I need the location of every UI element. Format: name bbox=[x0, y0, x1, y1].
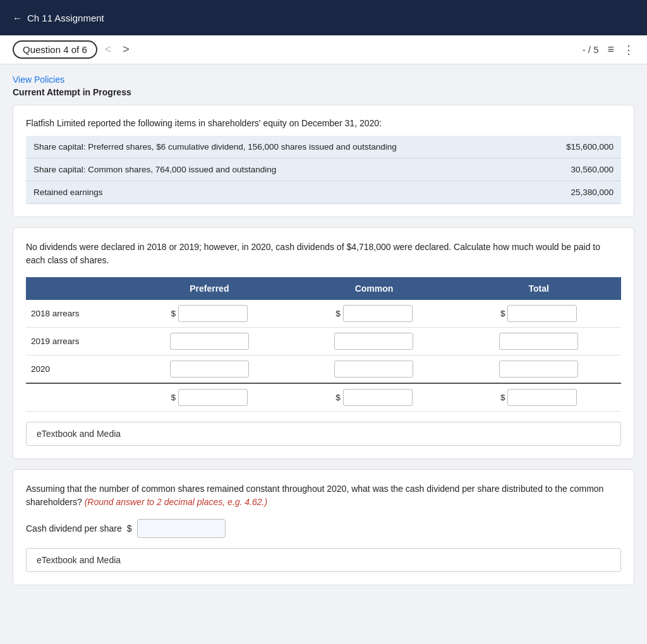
dividends-table: Preferred Common Total 2018 arrears $ bbox=[26, 277, 621, 412]
attempt-label: Current Attempt in Progress bbox=[13, 87, 634, 97]
equity-row-val-2: 30,560,000 bbox=[536, 158, 621, 181]
col-header-preferred: Preferred bbox=[127, 277, 292, 300]
total-2020-cell bbox=[456, 355, 621, 384]
row-label-2020: 2020 bbox=[26, 355, 127, 384]
equity-row-val-3: 25,380,000 bbox=[536, 181, 621, 204]
cash-dividend-label: Cash dividend per share bbox=[26, 523, 122, 534]
row-label-2018: 2018 arrears bbox=[26, 300, 127, 328]
table-row: 2019 arrears bbox=[26, 328, 621, 355]
preferred-2018-dollar: $ bbox=[171, 309, 176, 318]
table-row: 2020 bbox=[26, 355, 621, 384]
cash-dividend-dollar: $ bbox=[127, 523, 132, 534]
preferred-2019-input[interactable] bbox=[170, 333, 249, 350]
nav-bar: Question 4 of 6 < > - / 5 ≡ ⋮ bbox=[0, 35, 647, 64]
etextbook-label-2: eTextbook and Media bbox=[37, 555, 121, 565]
col-header-empty bbox=[26, 277, 127, 300]
common-2018-input[interactable] bbox=[343, 305, 413, 322]
list-icon[interactable]: ≡ bbox=[607, 43, 614, 56]
equity-row-desc-2: Share capital: Common shares, 764,000 is… bbox=[26, 158, 536, 181]
common-2018-dollar: $ bbox=[336, 309, 341, 318]
grand-total-dollar: $ bbox=[500, 393, 505, 402]
equity-row-desc-1: Share capital: Preferred shares, $6 cumu… bbox=[26, 136, 536, 158]
common-2020-cell bbox=[292, 355, 457, 384]
preferred-total-dollar: $ bbox=[171, 393, 176, 402]
etextbook-bar-1: eTextbook and Media bbox=[26, 422, 621, 446]
content-area: View Policies Current Attempt in Progres… bbox=[0, 64, 647, 605]
common-2019-input[interactable] bbox=[334, 333, 413, 350]
preferred-total-cell: $ bbox=[127, 383, 292, 412]
next-question-button[interactable]: > bbox=[119, 42, 133, 57]
back-arrow-icon: ← bbox=[13, 13, 22, 23]
preferred-2018-cell: $ bbox=[127, 300, 292, 328]
col-header-total: Total bbox=[456, 277, 621, 300]
preferred-total-input[interactable] bbox=[178, 389, 248, 406]
cash-dividend-input[interactable] bbox=[137, 519, 226, 538]
equity-table: Share capital: Preferred shares, $6 cumu… bbox=[26, 136, 621, 204]
more-icon[interactable]: ⋮ bbox=[623, 43, 634, 57]
col-header-common: Common bbox=[292, 277, 457, 300]
total-2019-input[interactable] bbox=[499, 333, 578, 350]
common-2018-cell: $ bbox=[292, 300, 457, 328]
equity-intro: Flatfish Limited reported the following … bbox=[26, 118, 621, 128]
etextbook-label-1: eTextbook and Media bbox=[37, 429, 121, 439]
equity-row-val-1: $15,600,000 bbox=[536, 136, 621, 158]
header-title: Ch 11 Assignment bbox=[27, 13, 104, 23]
cash-dividend-card: Assuming that the number of common share… bbox=[13, 469, 634, 585]
cash-dividend-row: Cash dividend per share $ bbox=[26, 519, 621, 538]
common-2019-cell bbox=[292, 328, 457, 355]
header: ← Ch 11 Assignment bbox=[0, 0, 647, 35]
row-label-2019: 2019 arrears bbox=[26, 328, 127, 355]
preferred-2020-input[interactable] bbox=[170, 361, 249, 378]
preferred-2019-cell bbox=[127, 328, 292, 355]
totals-row-label bbox=[26, 383, 127, 412]
cash-dividend-question: Assuming that the number of common share… bbox=[26, 482, 621, 509]
etextbook-bar-2: eTextbook and Media bbox=[26, 548, 621, 572]
grand-total-cell: $ bbox=[456, 383, 621, 412]
question-badge: Question 4 of 6 bbox=[13, 40, 97, 59]
totals-row: $ $ $ bbox=[26, 383, 621, 412]
dividends-card: No dividends were declared in 2018 or 20… bbox=[13, 227, 634, 459]
table-row: Share capital: Common shares, 764,000 is… bbox=[26, 158, 621, 181]
equity-card: Flatfish Limited reported the following … bbox=[13, 105, 634, 217]
total-2020-input[interactable] bbox=[499, 361, 578, 378]
common-total-cell: $ bbox=[292, 383, 457, 412]
dividends-table-header: Preferred Common Total bbox=[26, 277, 621, 300]
total-2018-input[interactable] bbox=[507, 305, 577, 322]
question-label: Question 4 of 6 bbox=[23, 44, 87, 55]
grand-total-input[interactable] bbox=[507, 389, 577, 406]
common-total-dollar: $ bbox=[336, 393, 341, 402]
equity-row-desc-3: Retained earnings bbox=[26, 181, 536, 204]
score-display: - / 5 bbox=[583, 44, 599, 55]
nav-right: - / 5 ≡ ⋮ bbox=[583, 43, 634, 57]
view-policies-link[interactable]: View Policies bbox=[13, 75, 634, 85]
table-row: Share capital: Preferred shares, $6 cumu… bbox=[26, 136, 621, 158]
total-2018-cell: $ bbox=[456, 300, 621, 328]
total-2019-cell bbox=[456, 328, 621, 355]
prev-question-button[interactable]: < bbox=[101, 42, 116, 57]
preferred-2020-cell bbox=[127, 355, 292, 384]
total-2018-dollar: $ bbox=[500, 309, 505, 318]
back-button[interactable]: ← Ch 11 Assignment bbox=[13, 13, 104, 23]
preferred-2018-input[interactable] bbox=[178, 305, 248, 322]
common-2020-input[interactable] bbox=[334, 361, 413, 378]
table-row: Retained earnings 25,380,000 bbox=[26, 181, 621, 204]
cash-dividend-hint: (Round answer to 2 decimal places, e.g. … bbox=[85, 497, 268, 507]
common-total-input[interactable] bbox=[343, 389, 413, 406]
dividends-description: No dividends were declared in 2018 or 20… bbox=[26, 241, 621, 267]
table-row: 2018 arrears $ $ bbox=[26, 300, 621, 328]
